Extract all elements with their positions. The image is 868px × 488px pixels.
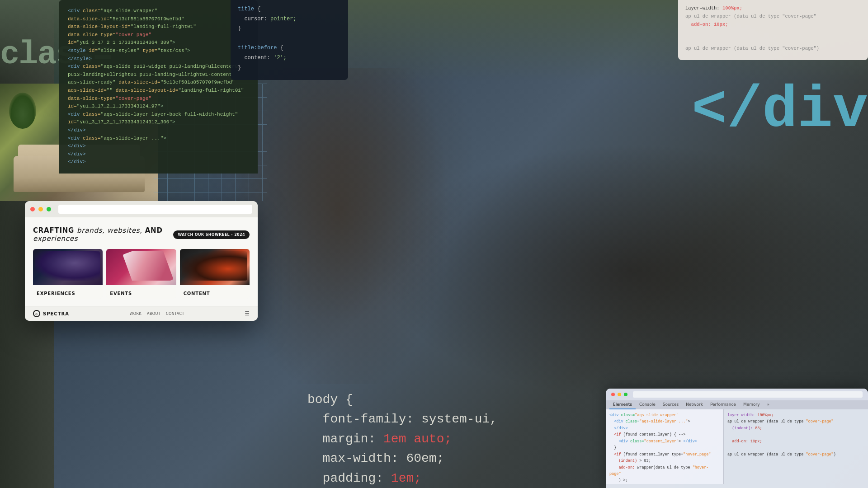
hero-text-content: CRAFTING brands, websites, AND experienc… — [33, 226, 173, 243]
card-experiences-label: EXPERIENCES — [33, 288, 103, 299]
dt-left-line-5: <div class="content_layer"> </div> — [609, 438, 720, 445]
card-experiences-image — [33, 249, 103, 285]
card-events-image — [106, 249, 176, 285]
footer-menu-icon[interactable]: ☰ — [245, 310, 250, 317]
css-val-max-width: 60em; — [406, 451, 444, 465]
code-line-17: <div class="aqs-slide-layer ..."> — [68, 135, 249, 143]
css-body-overlay: body { font-family: system-ui, margin: 1… — [307, 390, 502, 488]
dt-right-line-6 — [727, 445, 864, 451]
footer-logo: ◎ SPECTRA — [33, 310, 69, 317]
hero-text-crafting: CRAFTING — [33, 226, 77, 235]
tab-sources[interactable]: Sources — [659, 400, 683, 409]
dt-right-line-3: (indent): 83; — [727, 425, 864, 432]
browser-toolbar — [25, 201, 258, 217]
code-line-9: pu13-landingFullright01 pu13-landingFull… — [68, 71, 249, 79]
code-line-18: </div> — [68, 142, 249, 150]
tab-elements[interactable]: Elements — [609, 400, 636, 409]
card-content-label: CONTENT — [180, 288, 250, 299]
card-events-shape-inner — [123, 251, 173, 281]
code-line-1: <div class="aqs-slide-wrapper" — [68, 7, 249, 15]
css-val-margin: 1em auto; — [383, 432, 452, 446]
code-line-5: id="yui_3_17_2_1_1733343124364_309"> — [68, 39, 249, 47]
css-body-max-width: max-width: 60em; — [307, 449, 502, 468]
card-events-shape — [108, 251, 174, 281]
css-line-6: content: '2'; — [238, 53, 341, 63]
card-events[interactable]: EVENTS — [106, 249, 176, 299]
css-body-font-family: font-family: system-ui, — [307, 409, 502, 429]
tab-performance[interactable]: Performance — [707, 400, 740, 409]
tr-line-4 — [685, 29, 861, 37]
dt-left-line-6: } — [609, 445, 720, 451]
code-line-13: id="yui_3_17_2_1_1733343124_97"> — [68, 103, 249, 111]
code-line-20: </div> — [68, 158, 249, 166]
code-panel-top-left: <div class="aqs-slide-wrapper" data-slic… — [59, 0, 258, 174]
dt-left-line-1: <div class="aqs-slide-wrapper" — [609, 412, 720, 418]
watch-showreel-button[interactable]: WATCH OUR SHOWREEL - 2024 — [173, 230, 250, 239]
dt-right-line-4 — [727, 432, 864, 438]
browser-dot-yellow[interactable] — [38, 207, 43, 211]
tr-line-3: add-on: 10px; — [685, 21, 861, 29]
code-panel-top-right: layer-width: 100%px; ap ul de wrapper (d… — [678, 0, 868, 60]
tab-more[interactable]: » — [764, 400, 774, 409]
devtools-address-bar[interactable] — [633, 391, 863, 398]
dt-left-line-10: ) >; — [609, 477, 720, 483]
css-prop-max-width: max-width: — [307, 451, 406, 465]
footer-nav-contact[interactable]: CONTACT — [166, 312, 184, 316]
css-line-7: } — [238, 63, 341, 73]
browser-window-main: CRAFTING brands, websites, AND experienc… — [25, 201, 258, 321]
devtools-dot-red[interactable] — [611, 393, 615, 396]
code-line-6: <style id="slide-styles" type="text/css"… — [68, 47, 249, 55]
devtools-dot-yellow[interactable] — [618, 393, 621, 396]
devtools-body: <div class="aqs-slide-wrapper" <div clas… — [606, 409, 868, 484]
dt-left-line-2: <div class="aqs-slide-layer ..."> — [609, 418, 720, 425]
dt-right-line-5: add-on: 10px; — [727, 438, 864, 445]
css-prop-padding: padding: — [307, 471, 391, 485]
code-line-4: data-slice-type="cover-page" — [68, 31, 249, 39]
card-experiences[interactable]: EXPERIENCES — [33, 249, 103, 299]
dt-left-line-4: <if (found content_layer) { --> — [609, 432, 720, 438]
tab-memory[interactable]: Memory — [740, 400, 764, 409]
code-line-2: data-slice-id="5e13cf581a857070f9wefbd" — [68, 15, 249, 23]
tr-line-5 — [685, 37, 861, 45]
code-line-19: </div> — [68, 150, 249, 159]
css-prop-margin: margin: — [307, 432, 383, 446]
css-line-3: } — [238, 24, 341, 34]
code-line-16: </div> — [68, 127, 249, 135]
code-line-10: aqs-slide-ready" data-slice-id="5e13cf58… — [68, 79, 249, 87]
footer-nav-work[interactable]: WORK — [129, 312, 142, 316]
code-line-11: aqs-slide-id="" data-slice-layout-id="la… — [68, 87, 249, 95]
dt-right-line-1: layer-width: 100%px; — [727, 412, 864, 418]
browser-dot-red[interactable] — [30, 207, 35, 211]
card-content-image — [180, 249, 250, 285]
plant-decoration — [9, 93, 36, 147]
closing-div-large-text: </div — [692, 81, 868, 140]
tr-line-2: ap ul de wrapper (data ul de type "cover… — [685, 13, 861, 21]
tab-console[interactable]: Console — [636, 400, 659, 409]
browser-address-bar[interactable] — [58, 205, 252, 214]
devtools-tabs: Elements Console Sources Network Perform… — [606, 400, 868, 409]
devtools-panel: Elements Console Sources Network Perform… — [606, 389, 868, 488]
dt-left-line-3: </div> — [609, 425, 720, 432]
devtools-left-panel: <div class="aqs-slide-wrapper" <div clas… — [606, 409, 724, 484]
tr-line-1: layer-width: 100%px; — [685, 5, 861, 13]
tab-network[interactable]: Network — [682, 400, 707, 409]
hero-text-and: AND — [145, 226, 163, 235]
css-line-2: cursor: pointer; — [238, 14, 341, 24]
code-panel-center-top: title { cursor: pointer; } title:before … — [231, 0, 348, 80]
css-val-font-family: system-ui, — [421, 412, 497, 426]
card-content[interactable]: CONTENT — [180, 249, 250, 299]
hero-text-brands: brands, websites, — [77, 226, 142, 235]
code-line-12: data-slice-type="cover-page" — [68, 95, 249, 103]
dt-right-line-7: ap ul de wrapper (data ul de type "cover… — [727, 451, 864, 458]
card-events-label: EVENTS — [106, 288, 176, 299]
footer-nav-about[interactable]: ABOUT — [147, 312, 160, 316]
css-body-padding: padding: 1em; — [307, 469, 502, 488]
code-line-15: id="yui_3_17_2_1_1733343124312_300"> — [68, 118, 249, 127]
card-content-shape — [182, 251, 247, 281]
browser-content: CRAFTING brands, websites, AND experienc… — [25, 217, 258, 306]
devtools-toolbar — [606, 389, 868, 400]
browser-dot-green[interactable] — [47, 207, 51, 211]
css-prop-font-family: font-family: — [307, 412, 421, 426]
devtools-dot-green[interactable] — [624, 393, 627, 396]
plant-leaves — [9, 93, 36, 129]
